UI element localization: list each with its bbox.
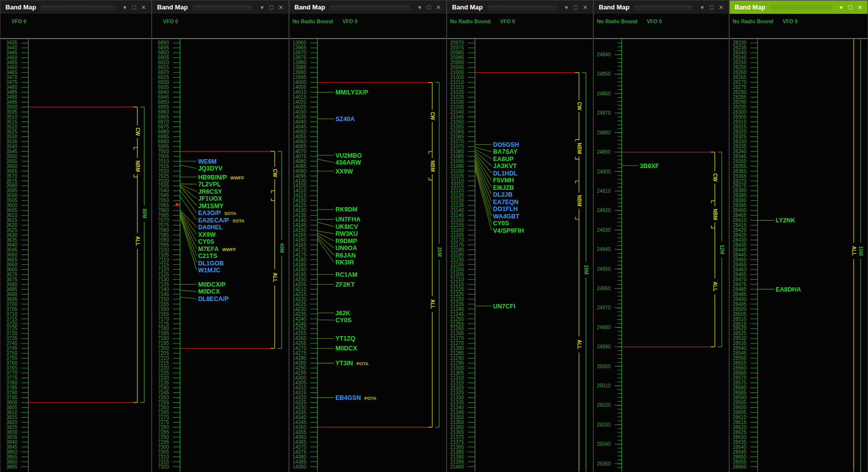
spot-label[interactable]: UK8ICV: [335, 223, 359, 230]
spot-label[interactable]: RK3IR: [335, 259, 354, 266]
band-segment-label: CW: [712, 173, 718, 182]
spot-label[interactable]: DO5GSH: [493, 141, 519, 148]
spot-label[interactable]: J62K: [335, 310, 350, 317]
spot-label[interactable]: CY0S: [335, 317, 352, 324]
spot-label[interactable]: R9DMP: [335, 238, 357, 245]
spot-label[interactable]: RC1AM: [335, 271, 357, 278]
spot-label[interactable]: CY0S: [198, 238, 214, 245]
spot-label[interactable]: XX9W: [198, 231, 216, 238]
spot-label[interactable]: MM/LY3X/P: [335, 89, 368, 96]
spot-label[interactable]: JF1UOX: [198, 195, 222, 202]
spot-label[interactable]: JA3KVT: [493, 163, 517, 170]
spot-label[interactable]: WA4GBT: [493, 213, 520, 220]
band-map-area[interactable]: 2097020975209802098520990209952100021005…: [447, 38, 593, 472]
spot-label[interactable]: 3B8XF: [640, 163, 659, 170]
close-icon[interactable]: ✕: [434, 0, 443, 14]
band-map-area[interactable]: 3435344034453450345534603465347034753480…: [0, 38, 151, 472]
close-icon[interactable]: ✕: [716, 0, 726, 14]
spot-label[interactable]: JQ3DYV: [198, 165, 223, 172]
spot-label[interactable]: DL1HDL: [493, 170, 518, 177]
spot-label[interactable]: M0DCX: [198, 288, 220, 295]
spot-label[interactable]: HB9BIN/PWWFF: [198, 174, 245, 181]
spot-label[interactable]: M0DCX/P: [198, 281, 226, 288]
chevron-down-icon[interactable]: ▾: [120, 0, 129, 14]
close-icon[interactable]: ✕: [276, 0, 286, 14]
spot-award-tag: SOTA: [233, 218, 245, 223]
spot-label[interactable]: CY0S: [493, 220, 509, 227]
spot-label[interactable]: RK9DM: [335, 206, 357, 213]
spot-label[interactable]: UN0OA: [335, 245, 357, 252]
band-map-canvas[interactable]: 2823028235282402824528250282552826028265…: [730, 39, 868, 472]
window-titlebar[interactable]: Band Map ▾ □ ✕: [0, 0, 151, 14]
maximize-icon[interactable]: □: [707, 0, 716, 14]
spot-label[interactable]: SZ40A: [335, 116, 355, 123]
maximize-icon[interactable]: □: [846, 0, 855, 14]
maximize-icon[interactable]: □: [571, 0, 580, 14]
chevron-down-icon[interactable]: ▾: [562, 0, 571, 14]
maximize-icon[interactable]: □: [424, 0, 434, 14]
window-titlebar[interactable]: Band Map ▾ □ ✕: [594, 0, 729, 14]
radio-status-row: No Radio Bound VFO 0: [730, 15, 868, 38]
spot-label[interactable]: DL2JB: [493, 191, 513, 198]
spot-label[interactable]: DL8ECA/P: [198, 296, 229, 302]
spot-label[interactable]: JR6CSY: [198, 188, 222, 195]
band-map-canvas[interactable]: 2097020975209802098520990209952100021005…: [447, 39, 593, 472]
spot-label[interactable]: W1MJC: [198, 267, 220, 274]
band-map-canvas[interactable]: 2484024850248602487024880248902490024910…: [594, 39, 729, 472]
window-titlebar[interactable]: Band Map ▾ □ ✕: [730, 0, 868, 14]
spot-label[interactable]: RW3KU: [335, 230, 358, 237]
spot-label[interactable]: F5VMH: [493, 177, 514, 184]
spot-label[interactable]: 4S6ARW: [335, 159, 361, 166]
window-titlebar[interactable]: Band Map ▾ □ ✕: [152, 0, 289, 14]
band-segment-label: ALL: [577, 340, 582, 349]
chevron-down-icon[interactable]: ▾: [257, 0, 267, 14]
spot-label[interactable]: 7L2VPL: [198, 181, 221, 188]
spot-label[interactable]: VU2MBO: [335, 152, 362, 159]
spot-label[interactable]: M0DCX: [335, 345, 357, 352]
spot-label[interactable]: UN7FHA: [335, 216, 361, 223]
spot-label[interactable]: YT3INPOTA: [335, 360, 369, 367]
spot-label[interactable]: YT1ZQ: [335, 335, 356, 342]
chevron-down-icon[interactable]: ▾: [415, 0, 424, 14]
spot-label[interactable]: C21TS: [198, 253, 217, 259]
chevron-down-icon[interactable]: ▾: [698, 0, 707, 14]
spot-label[interactable]: WE6M: [198, 158, 217, 165]
band-map-canvas[interactable]: 1396013965139701397513980139851399013995…: [289, 39, 446, 472]
spot-label[interactable]: DA0HEL: [198, 224, 223, 231]
spot-label[interactable]: EA2ECA/PSOTA: [198, 217, 245, 224]
spot-label[interactable]: EB4GSNPOTA: [335, 394, 376, 401]
band-map-area[interactable]: 1396013965139701397513980139851399013995…: [289, 38, 446, 472]
spot-label[interactable]: EA7EQN: [493, 199, 518, 206]
band-map-canvas[interactable]: 3435344034453450345534603465347034753480…: [0, 39, 151, 472]
spot-label[interactable]: ZF2KT: [335, 281, 355, 288]
spot-label[interactable]: LY2NK: [776, 217, 795, 224]
spot-label[interactable]: V4/SP9FIH: [493, 227, 524, 234]
spot-label[interactable]: XX9W: [335, 168, 353, 175]
window-titlebar[interactable]: Band Map ▾ □ ✕: [289, 0, 446, 14]
spot-label[interactable]: EI6JZB: [493, 184, 514, 191]
maximize-icon[interactable]: □: [129, 0, 139, 14]
close-icon[interactable]: ✕: [580, 0, 590, 14]
band-map-area[interactable]: 2823028235282402824528250282552826028265…: [730, 38, 868, 472]
spot-label[interactable]: DO1FLH: [493, 206, 518, 213]
freq-tick-label: 24980: [597, 325, 611, 330]
radio-status-row: VFO 0: [152, 15, 289, 38]
spot-label[interactable]: R6JAN: [335, 252, 356, 259]
spot-label[interactable]: DL1GOB: [198, 260, 224, 267]
spot-label[interactable]: JM1SMY: [198, 203, 224, 210]
spot-label[interactable]: EA8DHA: [776, 286, 801, 293]
spot-label[interactable]: M7EFAWWFF: [198, 246, 236, 253]
band-map-area[interactable]: 6890689569006905691069156920692569306935…: [152, 38, 289, 472]
band-map-window: Band Map ▾ □ ✕ VFO 0 3435344034453450345…: [0, 0, 152, 472]
close-icon[interactable]: ✕: [139, 0, 148, 14]
spot-label[interactable]: UN7CFI: [493, 303, 515, 310]
spot-label[interactable]: EA3O/PSOTA: [198, 210, 237, 216]
band-map-area[interactable]: 2484024850248602487024880248902490024910…: [594, 38, 729, 472]
spot-label[interactable]: BA7SAY: [493, 148, 518, 155]
window-titlebar[interactable]: Band Map ▾ □ ✕: [447, 0, 593, 14]
maximize-icon[interactable]: □: [267, 0, 276, 14]
spot-label[interactable]: EA8UP: [493, 156, 514, 163]
chevron-down-icon[interactable]: ▾: [836, 0, 846, 14]
close-icon[interactable]: ✕: [855, 0, 865, 14]
band-map-canvas[interactable]: 6890689569006905691069156920692569306935…: [152, 39, 289, 472]
